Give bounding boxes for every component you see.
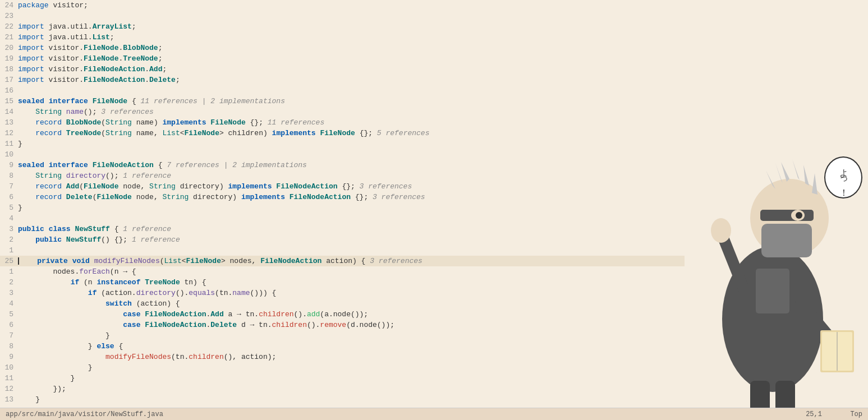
- line-content: modifyFileNodes(tn.children(), action);: [18, 352, 685, 362]
- code-line: 6 case FileNodeAction.Delete d → tn.chil…: [0, 320, 685, 330]
- line-number: 1: [0, 245, 18, 256]
- code-line: 16: [0, 85, 685, 96]
- code-line: 25 private void modifyFileNodes(List<Fil…: [0, 256, 685, 266]
- line-content: [18, 85, 685, 96]
- line-number: 17: [0, 75, 18, 85]
- speech-bubble: よっ！: [824, 156, 862, 199]
- code-line: 12 });: [0, 384, 685, 394]
- line-number: 14: [0, 107, 18, 117]
- code-line: 10: [0, 149, 685, 160]
- code-line: 18import visitor.FileNodeAction.Add;: [0, 64, 685, 75]
- code-line: 13 }: [0, 394, 685, 404]
- kakashi-illustration: よっ！: [677, 123, 868, 420]
- code-line: 23: [0, 11, 685, 21]
- code-line: 9sealed interface FileNodeAction { 7 ref…: [0, 160, 685, 170]
- line-number: 12: [0, 384, 18, 394]
- cursor: [18, 257, 19, 265]
- code-line: 7 }: [0, 330, 685, 341]
- code-line: 14 String name(); 3 references: [0, 107, 685, 117]
- line-number: 25: [0, 256, 18, 266]
- line-content: import visitor.FileNode.BlobNode;: [18, 43, 685, 53]
- line-number: 7: [0, 181, 18, 192]
- svg-marker-2: [781, 162, 789, 182]
- svg-rect-8: [761, 224, 812, 257]
- line-number: 9: [0, 160, 18, 170]
- line-content: String name(); 3 references: [18, 107, 685, 117]
- code-line: 4: [0, 213, 685, 224]
- line-content: [18, 245, 685, 256]
- code-line: 7 record Add(FileNode node, String direc…: [0, 181, 685, 192]
- line-number: 11: [0, 139, 18, 149]
- code-line: 11}: [0, 139, 685, 149]
- status-bar: app/src/main/java/visitor/NewStuff.java …: [0, 408, 868, 420]
- line-content: private void modifyFileNodes(List<FileNo…: [18, 256, 685, 266]
- line-number: 11: [0, 373, 18, 384]
- status-right: 25,1 Top: [806, 410, 862, 418]
- line-number: 6: [0, 320, 18, 330]
- line-number: 4: [0, 213, 18, 224]
- code-line: 17import visitor.FileNodeAction.Delete;: [0, 75, 685, 85]
- line-content: import visitor.FileNode.TreeNode;: [18, 53, 685, 64]
- line-content: import visitor.FileNodeAction.Delete;: [18, 75, 685, 85]
- code-line: 20import visitor.FileNode.BlobNode;: [0, 43, 685, 53]
- code-line: 19import visitor.FileNode.TreeNode;: [0, 53, 685, 64]
- line-number: 2: [0, 277, 18, 288]
- line-content: record TreeNode(String name, List<FileNo…: [18, 128, 685, 139]
- line-content: [18, 213, 685, 224]
- line-number: 4: [0, 298, 18, 309]
- code-line: 8 } else {: [0, 341, 685, 352]
- line-number: 1: [0, 266, 18, 277]
- code-area: 24package visitor;2322import java.util.A…: [0, 0, 685, 404]
- line-number: 8: [0, 170, 18, 181]
- svg-marker-3: [792, 159, 800, 180]
- svg-point-13: [711, 218, 731, 243]
- line-content: import java.util.List;: [18, 32, 685, 43]
- code-line: 10 }: [0, 362, 685, 373]
- line-content: case FileNodeAction.Add a → tn.children(…: [18, 309, 685, 320]
- line-number: 24: [0, 0, 18, 11]
- line-number: 12: [0, 128, 18, 139]
- line-number: 2: [0, 234, 18, 245]
- line-number: 13: [0, 394, 18, 404]
- line-number: 9: [0, 352, 18, 362]
- code-line: 21import java.util.List;: [0, 32, 685, 43]
- line-number: 7: [0, 330, 18, 341]
- line-content: [18, 11, 685, 21]
- code-line: 5}: [0, 202, 685, 213]
- line-number: 23: [0, 11, 18, 21]
- line-content: record BlobNode(String name) implements …: [18, 117, 685, 128]
- code-line: 9 modifyFileNodes(tn.children(), action)…: [0, 352, 685, 362]
- line-number: 10: [0, 149, 18, 160]
- code-line: 1: [0, 245, 685, 256]
- line-number: 15: [0, 96, 18, 107]
- line-number: 16: [0, 85, 18, 96]
- code-line: 6 record Delete(FileNode node, String di…: [0, 192, 685, 202]
- svg-rect-9: [760, 210, 814, 221]
- line-content: }: [18, 362, 685, 373]
- line-content: }: [18, 330, 685, 341]
- line-number: 13: [0, 117, 18, 128]
- line-content: });: [18, 384, 685, 394]
- line-content: nodes.forEach(n → {: [18, 266, 685, 277]
- line-number: 21: [0, 32, 18, 43]
- line-number: 3: [0, 288, 18, 298]
- code-line: 8 String directory(); 1 reference: [0, 170, 685, 181]
- line-content: package visitor;: [18, 0, 685, 11]
- line-number: 18: [0, 64, 18, 75]
- line-number: 22: [0, 21, 18, 32]
- line-number: 10: [0, 362, 18, 373]
- line-number: 19: [0, 53, 18, 64]
- line-content: }: [18, 139, 685, 149]
- line-content: public class NewStuff { 1 reference: [18, 224, 685, 234]
- code-line: 5 case FileNodeAction.Add a → tn.childre…: [0, 309, 685, 320]
- line-content: record Delete(FileNode node, String dire…: [18, 192, 685, 202]
- line-number: 5: [0, 202, 18, 213]
- line-content: case FileNodeAction.Delete d → tn.childr…: [18, 320, 685, 330]
- line-content: }: [18, 202, 685, 213]
- line-content: } else {: [18, 341, 685, 352]
- line-content: sealed interface FileNode { 11 reference…: [18, 96, 685, 107]
- code-line: 2 public NewStuff() {}; 1 reference: [0, 234, 685, 245]
- code-line: 2 if (n instanceof TreeNode tn) {: [0, 277, 685, 288]
- line-content: [18, 149, 685, 160]
- code-line: 1 nodes.forEach(n → {: [0, 266, 685, 277]
